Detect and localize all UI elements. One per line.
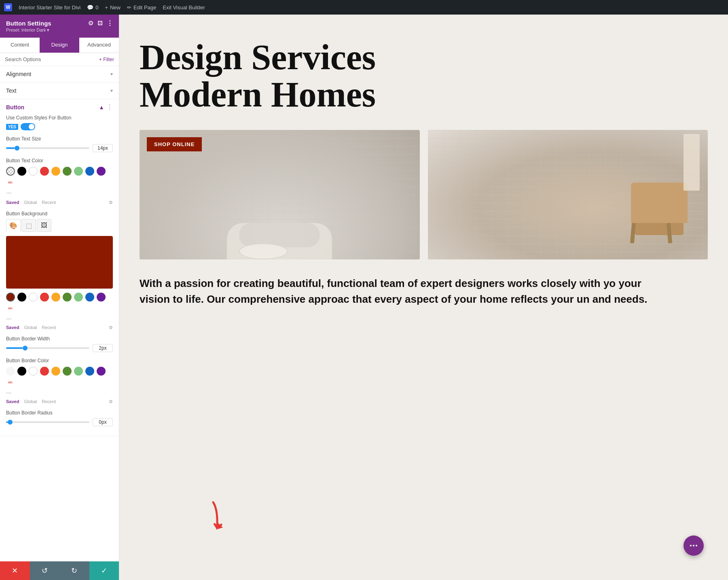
bg-swatch-red[interactable] bbox=[40, 293, 49, 302]
comment-icon: 💬 bbox=[87, 4, 93, 11]
border-tab-recent[interactable]: Recent bbox=[42, 399, 56, 404]
bg-swatch-black[interactable] bbox=[17, 293, 26, 302]
color-swatch-red[interactable] bbox=[40, 167, 49, 176]
button-section-more-icon[interactable]: ⋮ bbox=[106, 103, 113, 111]
bg-swatch-yellow[interactable] bbox=[51, 293, 60, 302]
site-name-link[interactable]: Interior Starter Site for Divi bbox=[19, 4, 80, 11]
border-width-row: Button Border Width 2px bbox=[6, 336, 113, 352]
border-tab-saved[interactable]: Saved bbox=[6, 399, 19, 404]
undo-icon: ↺ bbox=[42, 566, 48, 575]
fab-button[interactable] bbox=[684, 535, 704, 556]
hero-title-line2: Modern Homes bbox=[140, 76, 708, 113]
redo-icon: ↻ bbox=[71, 566, 77, 575]
bg-tab-gradient[interactable]: ⬚ bbox=[21, 219, 36, 232]
comments-link[interactable]: 💬 0 bbox=[87, 4, 98, 11]
border-eyedropper-icon[interactable]: ✏ bbox=[6, 378, 15, 387]
border-swatch-yellow[interactable] bbox=[51, 367, 60, 376]
bg-color-tab-saved[interactable]: Saved bbox=[6, 325, 19, 330]
border-swatch-transparent[interactable] bbox=[6, 367, 15, 376]
bg-color-tab-global[interactable]: Global bbox=[24, 325, 37, 330]
color-tab-saved[interactable]: Saved bbox=[6, 200, 19, 205]
eyedropper-icon[interactable]: ✏ bbox=[6, 178, 15, 187]
tab-design[interactable]: Design bbox=[40, 38, 79, 53]
bg-swatch-brown[interactable] bbox=[6, 293, 15, 302]
bg-swatch-purple[interactable] bbox=[97, 293, 106, 302]
border-width-value[interactable]: 2px bbox=[93, 344, 113, 352]
bg-color-tab-recent[interactable]: Recent bbox=[42, 325, 56, 330]
search-options-label[interactable]: Search Options bbox=[5, 56, 41, 62]
bg-color-settings-icon[interactable]: ⚙ bbox=[109, 325, 113, 330]
text-section: Text ▾ bbox=[0, 83, 119, 99]
alignment-label: Alignment bbox=[6, 71, 31, 77]
border-tab-global[interactable]: Global bbox=[24, 399, 37, 404]
button-section-collapse-icon[interactable]: ▴ bbox=[100, 103, 103, 111]
undo-button[interactable]: ↺ bbox=[30, 561, 60, 580]
bg-swatch-light-green[interactable] bbox=[74, 293, 83, 302]
toggle-switch[interactable] bbox=[21, 123, 35, 130]
visual-icon[interactable]: ⊙ bbox=[88, 19, 93, 27]
bg-tab-color[interactable]: 🎨 bbox=[6, 219, 21, 232]
filter-button[interactable]: + Filter bbox=[99, 57, 114, 62]
layout-icon[interactable]: ⊡ bbox=[97, 19, 103, 27]
border-radius-value[interactable]: 0px bbox=[93, 418, 113, 426]
chair-leg-left bbox=[630, 223, 636, 243]
color-tab-global[interactable]: Global bbox=[24, 200, 37, 205]
border-settings-icon[interactable]: ⚙ bbox=[109, 399, 113, 404]
color-swatch-blue[interactable] bbox=[85, 167, 94, 176]
edit-page-link[interactable]: ✏ Edit Page bbox=[127, 4, 156, 11]
text-header[interactable]: Text ▾ bbox=[0, 83, 119, 99]
redo-button[interactable]: ↻ bbox=[59, 561, 89, 580]
border-swatch-red[interactable] bbox=[40, 367, 49, 376]
color-settings-icon[interactable]: ⚙ bbox=[109, 200, 113, 205]
bg-swatch-green[interactable] bbox=[63, 293, 72, 302]
left-panel: Button Settings ⊙ ⊡ ⋮ Preset: Interior D… bbox=[0, 15, 119, 580]
text-size-thumb[interactable] bbox=[15, 146, 19, 151]
alignment-header[interactable]: Alignment ▾ bbox=[0, 66, 119, 82]
color-swatch-yellow[interactable] bbox=[51, 167, 60, 176]
shop-badge[interactable]: SHOP ONLINE bbox=[147, 137, 202, 151]
border-width-track[interactable] bbox=[6, 347, 89, 349]
color-swatch-white[interactable] bbox=[29, 167, 38, 176]
color-swatch-green[interactable] bbox=[63, 167, 72, 176]
tab-advanced[interactable]: Advanced bbox=[79, 38, 119, 53]
more-icon[interactable]: ⋮ bbox=[107, 19, 113, 27]
wp-logo-icon[interactable]: W bbox=[4, 3, 12, 11]
border-swatch-green[interactable] bbox=[63, 367, 72, 376]
border-width-fill bbox=[6, 347, 23, 349]
color-swatch-purple[interactable] bbox=[97, 167, 106, 176]
bg-tab-image[interactable]: 🖼 bbox=[37, 219, 51, 232]
text-size-track[interactable] bbox=[6, 147, 89, 149]
bg-color-swatches: ✏ bbox=[6, 293, 113, 313]
new-link[interactable]: + New bbox=[105, 4, 121, 11]
chair-container bbox=[631, 183, 692, 251]
coffee-table bbox=[239, 243, 288, 259]
text-size-row: Button Text Size 14px bbox=[6, 136, 113, 152]
bg-swatch-blue[interactable] bbox=[85, 293, 94, 302]
border-swatch-white[interactable] bbox=[29, 367, 38, 376]
tab-content[interactable]: Content bbox=[0, 38, 40, 53]
bg-color-preview[interactable] bbox=[6, 236, 113, 289]
color-swatch-light-green[interactable] bbox=[74, 167, 83, 176]
border-swatch-purple[interactable] bbox=[97, 367, 106, 376]
border-radius-track[interactable] bbox=[6, 421, 89, 423]
border-width-thumb[interactable] bbox=[23, 346, 28, 351]
text-size-value[interactable]: 14px bbox=[93, 144, 113, 152]
bg-eyedropper-icon[interactable]: ✏ bbox=[6, 304, 15, 313]
border-swatch-black[interactable] bbox=[17, 367, 26, 376]
pencil-icon: ✏ bbox=[127, 4, 131, 11]
color-swatch-black[interactable] bbox=[17, 167, 26, 176]
fab-dots-icon bbox=[690, 545, 697, 546]
custom-styles-toggle[interactable]: YES bbox=[6, 123, 113, 130]
save-button[interactable]: ✓ bbox=[89, 561, 119, 580]
preset-label[interactable]: Preset: Interior Dark ▾ bbox=[6, 28, 113, 33]
color-tab-recent[interactable]: Recent bbox=[42, 200, 56, 205]
admin-bar: W Interior Starter Site for Divi 💬 0 + N… bbox=[0, 0, 728, 15]
color-swatch-transparent[interactable] bbox=[6, 167, 15, 176]
exit-builder-link[interactable]: Exit Visual Builder bbox=[163, 4, 205, 11]
bg-swatch-white[interactable] bbox=[29, 293, 38, 302]
border-swatch-light-green[interactable] bbox=[74, 367, 83, 376]
fabric-hang bbox=[684, 134, 700, 191]
cancel-button[interactable]: ✕ bbox=[0, 561, 30, 580]
border-swatch-blue[interactable] bbox=[85, 367, 94, 376]
border-radius-thumb[interactable] bbox=[8, 420, 13, 425]
